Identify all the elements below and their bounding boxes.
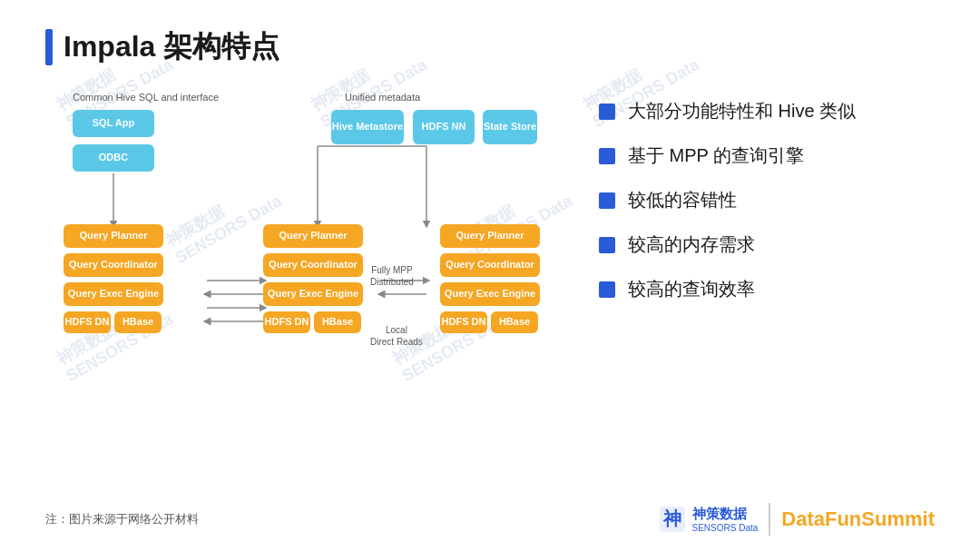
feature-item-4: 较高的内存需求 [599, 232, 935, 257]
footer-brand: 神 神策数据 SENSORS Data DataFunSummit [658, 503, 936, 536]
svg-text:神: 神 [662, 508, 681, 528]
feature-item-2: 基于 MPP 的查询引擎 [599, 143, 935, 168]
features-section: 大部分功能特性和 Hive 类似 基于 MPP 的查询引擎 较低的容错性 较高的… [599, 90, 935, 321]
odbc-node: ODBC [73, 144, 154, 172]
feature-icon-3 [599, 192, 615, 209]
brand-sub: SENSORS Data [692, 523, 759, 533]
hbase1-node: HBase [114, 311, 162, 333]
hdfs-dn2-node: HDFS DN [263, 311, 310, 333]
qp1-node: Query Planner [64, 224, 163, 248]
state-store-node: State Store [483, 110, 537, 144]
qp3-node: Query Planner [440, 224, 540, 248]
title-accent [45, 29, 53, 65]
brand-divider [769, 503, 770, 536]
feature-icon-1 [599, 104, 615, 120]
qc1-node: Query Coordinator [64, 253, 163, 277]
brand-svg-icon: 神 [658, 505, 687, 534]
feature-item-1: 大部分功能特性和 Hive 类似 [599, 99, 935, 123]
qe1-node: Query Exec Engine [64, 282, 163, 306]
feature-icon-5 [599, 281, 615, 298]
hdfs-dn3-node: HDFS DN [440, 311, 487, 333]
mpp-label: Fully MPPDistributed [370, 264, 414, 288]
brand-cn-block: 神策数据 SENSORS Data [692, 506, 759, 533]
body-layout: Common Hive SQL and interface Unified me… [45, 90, 935, 417]
footer-note: 注：图片来源于网络公开材料 [45, 511, 199, 527]
feature-text-5: 较高的查询效率 [628, 277, 755, 301]
qe2-node: Query Exec Engine [263, 282, 363, 306]
hdfs-dn1-node: HDFS DN [64, 311, 111, 333]
hdfs-nn-node: HDFS NN [413, 110, 475, 144]
label-unified-meta: Unified metadata [345, 92, 420, 103]
brand-name-en: DataFunSummit [781, 508, 935, 531]
feature-item-3: 较低的容错性 [599, 188, 935, 212]
brand-en-post: Summit [861, 508, 935, 530]
hbase3-node: HBase [491, 311, 538, 333]
qp2-node: Query Planner [263, 224, 363, 248]
hbase2-node: HBase [314, 311, 361, 333]
label-common-hive: Common Hive SQL and interface [73, 92, 219, 103]
feature-text-2: 基于 MPP 的查询引擎 [628, 143, 804, 168]
hive-metastore-node: Hive Metastore [331, 110, 404, 144]
feature-text-1: 大部分功能特性和 Hive 类似 [628, 99, 856, 123]
qc2-node: Query Coordinator [263, 253, 363, 277]
sql-app-node: SQL App [73, 110, 154, 137]
diagram-container: Common Hive SQL and interface Unified me… [45, 90, 581, 417]
brand-en-pre: DataFun [781, 508, 861, 530]
brand-logo: 神 神策数据 SENSORS Data [658, 505, 759, 534]
title-bar: Impala 架构特点 [45, 27, 935, 67]
brand-name-cn: 神策数据 [692, 506, 759, 523]
local-direct-label: LocalDirect Reads [370, 324, 423, 348]
feature-text-3: 较低的容错性 [628, 188, 737, 212]
qe3-node: Query Exec Engine [440, 282, 540, 306]
qc3-node: Query Coordinator [440, 253, 540, 277]
feature-text-4: 较高的内存需求 [628, 232, 755, 257]
diagram-section: Common Hive SQL and interface Unified me… [45, 90, 581, 417]
feature-icon-4 [599, 237, 615, 253]
footer: 注：图片来源于网络公开材料 神 神策数据 SENSORS Data DataFu… [45, 503, 935, 536]
feature-icon-2 [599, 148, 615, 164]
feature-item-5: 较高的查询效率 [599, 277, 935, 301]
page-title: Impala 架构特点 [64, 27, 279, 67]
